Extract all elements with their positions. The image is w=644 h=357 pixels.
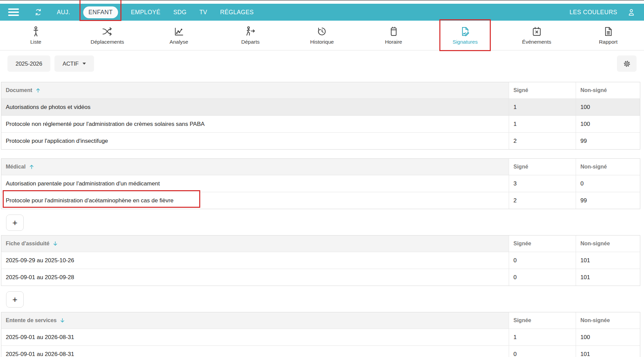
signed-count: 0 [509, 346, 576, 357]
column-title: Médical [6, 164, 26, 170]
sort-ascending-icon [35, 87, 41, 93]
row-label: 2025-09-01 au 2026-08-31 [1, 346, 509, 357]
user-icon[interactable] [627, 8, 636, 17]
walk-arrow-icon [245, 26, 256, 37]
unsigned-count: 101 [576, 252, 640, 269]
shuffle-icon [101, 26, 113, 37]
sort-descending-icon [52, 241, 58, 247]
calendar-x-icon [531, 26, 543, 37]
report-icon [602, 26, 614, 37]
top-nav: AUJ. ENFANT EMPLOYÉ SDG TV RÉGLAGES [57, 6, 254, 18]
organization-name: LES COULEURS [570, 9, 617, 16]
unsigned-count: 100 [576, 116, 640, 132]
table-row[interactable]: 2025-09-01 au 2025-09-28 0 101 [1, 269, 640, 286]
tab-evenements[interactable]: Événements [501, 21, 573, 50]
tab-analyse-label: Analyse [169, 39, 188, 45]
tab-departs[interactable]: Départs [215, 21, 286, 50]
fiche-assiduite-table: Fiche d'assiduité Signée Non-signée 2025… [1, 235, 640, 286]
row-label: Protocole pour l'administration d'acétam… [1, 192, 509, 209]
column-header-signed[interactable]: Signée [509, 236, 576, 252]
window-top-edge [0, 0, 644, 4]
signed-count: 2 [509, 133, 576, 149]
medical-table: Médical Signé Non-signé Autorisation par… [1, 158, 640, 209]
nav-enfant-label: ENFANT [89, 9, 113, 16]
gear-icon [623, 60, 631, 68]
column-header-unsigned[interactable]: Non-signé [576, 82, 640, 98]
tab-analyse[interactable]: Analyse [143, 21, 215, 50]
unsigned-count: 101 [576, 346, 640, 357]
row-label: Autorisation parentale pour l'administra… [1, 175, 509, 192]
tab-liste[interactable]: Liste [0, 21, 72, 50]
row-label: Protocole non réglementé pour l'administ… [1, 116, 509, 132]
row-label: 2025-09-29 au 2025-10-26 [1, 252, 509, 269]
tab-signatures-label: Signatures [453, 39, 478, 45]
table-row[interactable]: Protocole non réglementé pour l'administ… [1, 115, 640, 132]
column-title: Entente de services [6, 317, 56, 323]
tab-rapport[interactable]: Rapport [572, 21, 644, 50]
status-dropdown[interactable]: ACTIF [54, 55, 94, 72]
row-label: 2025-09-01 au 2026-08-31 [1, 329, 509, 345]
tab-deplacements-label: Déplacements [91, 39, 124, 45]
column-header-signed[interactable]: Signé [509, 159, 576, 175]
unsigned-count: 101 [576, 269, 640, 286]
table-row[interactable]: Protocole pour l'application d'insectifu… [1, 132, 640, 149]
column-header-unsigned[interactable]: Non-signée [576, 312, 640, 329]
nav-reglages[interactable]: RÉGLAGES [220, 9, 254, 16]
nav-tv[interactable]: TV [200, 9, 207, 16]
caret-down-icon [83, 63, 86, 65]
column-header-entente[interactable]: Entente de services [1, 312, 509, 329]
column-title: Document [6, 87, 32, 93]
table-header: Fiche d'assiduité Signée Non-signée [1, 236, 640, 252]
table-row[interactable]: 2025-09-29 au 2025-10-26 0 101 [1, 252, 640, 269]
add-entente-button[interactable]: + [6, 291, 24, 308]
column-header-unsigned[interactable]: Non-signé [576, 159, 640, 175]
column-header-fiche[interactable]: Fiche d'assiduité [1, 236, 509, 252]
column-header-signed[interactable]: Signé [509, 82, 576, 98]
sort-descending-icon [60, 317, 65, 323]
unsigned-count: 99 [576, 192, 640, 209]
signed-count: 0 [509, 252, 576, 269]
tab-rapport-label: Rapport [599, 39, 618, 45]
tab-horaire[interactable]: Horaire [358, 21, 430, 50]
nav-employe[interactable]: EMPLOYÉ [131, 9, 160, 16]
tab-historique-label: Historique [310, 39, 334, 45]
column-title: Fiche d'assiduité [6, 241, 49, 247]
settings-button[interactable] [617, 55, 637, 72]
school-year-button[interactable]: 2025-2026 [7, 55, 50, 72]
tab-horaire-label: Horaire [385, 39, 402, 45]
sort-ascending-icon [29, 164, 34, 170]
column-header-unsigned[interactable]: Non-signée [576, 236, 640, 252]
column-header-signed[interactable]: Signée [509, 312, 576, 329]
refresh-icon[interactable] [34, 8, 43, 17]
tab-departs-label: Départs [241, 39, 259, 45]
signed-count: 1 [509, 99, 576, 115]
document-table: Document Signé Non-signé Autorisations d… [1, 82, 640, 150]
tab-deplacements[interactable]: Déplacements [72, 21, 143, 50]
column-header-medical[interactable]: Médical [1, 159, 509, 175]
unsigned-count: 100 [576, 99, 640, 115]
row-label: Protocole pour l'application d'insectifu… [1, 133, 509, 149]
nav-enfant[interactable]: ENFANT [83, 6, 118, 18]
menu-icon[interactable] [8, 8, 19, 16]
tab-historique[interactable]: Historique [286, 21, 358, 50]
column-header-document[interactable]: Document [1, 82, 509, 98]
unsigned-count: 99 [576, 133, 640, 149]
filter-bar: 2025-2026 ACTIF [0, 50, 644, 72]
tab-liste-label: Liste [30, 39, 41, 45]
row-label: Autorisations de photos et vidéos [1, 99, 509, 115]
table-row[interactable]: 2025-09-01 au 2026-08-31 0 101 [1, 345, 640, 357]
table-row[interactable]: Autorisations de photos et vidéos 1 100 [1, 98, 640, 115]
table-header: Entente de services Signée Non-signée [1, 312, 640, 329]
table-row[interactable]: Protocole pour l'administration d'acétam… [1, 192, 640, 209]
signed-count: 1 [509, 116, 576, 132]
nav-auj[interactable]: AUJ. [57, 9, 70, 16]
add-fiche-button[interactable]: + [6, 215, 24, 231]
app-bar: AUJ. ENFANT EMPLOYÉ SDG TV RÉGLAGES LES … [0, 4, 644, 21]
table-row[interactable]: Autorisation parentale pour l'administra… [1, 175, 640, 192]
tab-signatures[interactable]: Signatures [429, 21, 501, 50]
tab-evenements-label: Événements [522, 39, 551, 45]
nav-sdg[interactable]: SDG [173, 9, 186, 16]
person-icon [30, 26, 42, 37]
school-year-label: 2025-2026 [16, 61, 42, 67]
table-row[interactable]: 2025-09-01 au 2026-08-31 1 100 [1, 329, 640, 345]
